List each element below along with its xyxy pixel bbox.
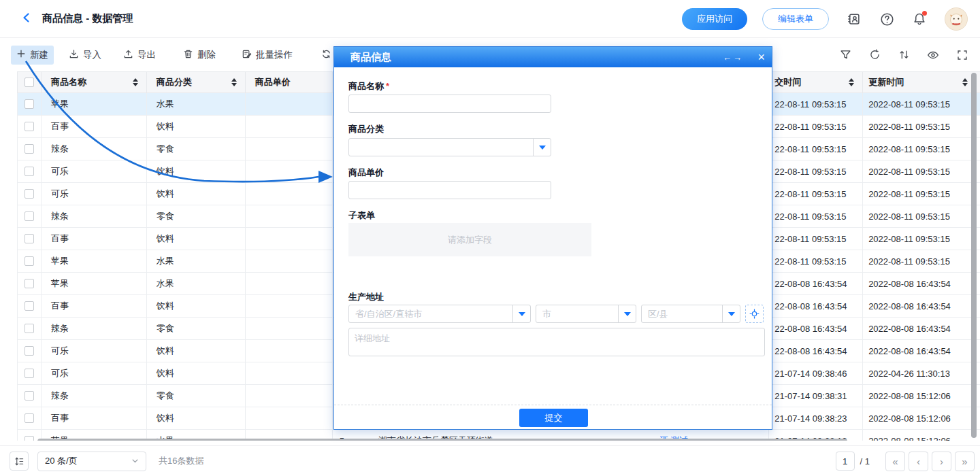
row-checkbox[interactable] (24, 211, 34, 221)
cell-submit-time: 21-07-14 09:38:46 (769, 362, 863, 384)
cell-price (246, 160, 333, 182)
row-checkbox[interactable] (24, 144, 34, 154)
cell-price (246, 295, 333, 317)
cell-product-name: 可乐 (42, 183, 147, 205)
row-checkbox[interactable] (24, 99, 34, 109)
cell-price (246, 385, 333, 407)
row-checkbox[interactable] (24, 301, 34, 311)
fullscreen-icon[interactable] (956, 48, 969, 62)
sort-submit-icon[interactable] (849, 78, 854, 86)
expand-icon[interactable]: ←→ (723, 52, 743, 63)
cell-category: 水果 (147, 93, 246, 115)
edit-form-button[interactable]: 编辑表单 (762, 8, 829, 30)
current-page-input[interactable] (836, 452, 855, 471)
delete-button[interactable]: 删除 (178, 46, 221, 65)
notification-bell-icon[interactable] (912, 12, 927, 27)
cell-update-time: 2022-08-08 15:12:06 (863, 385, 980, 407)
cell-category: 零食 (147, 138, 246, 160)
product-price-input[interactable] (348, 181, 551, 199)
prev-page-button[interactable]: ‹ (909, 452, 928, 471)
next-page-button[interactable]: › (932, 452, 951, 471)
row-checkbox[interactable] (24, 167, 34, 176)
cell-update-time: 2022-08-08 16:43:54 (863, 273, 980, 294)
filter-icon[interactable] (838, 48, 852, 62)
app-access-button[interactable]: 应用访问 (682, 8, 747, 30)
row-checkbox[interactable] (24, 413, 34, 423)
cell-price (246, 362, 333, 384)
sort-update-icon[interactable] (962, 78, 968, 86)
cell-update-time: 2022-08-11 09:53:15 (863, 183, 980, 205)
row-checkbox[interactable] (24, 391, 34, 401)
batch-operation-button[interactable]: 批量操作 (236, 46, 298, 65)
row-checkbox[interactable] (24, 324, 34, 333)
field-label-subform: 子表单 (348, 209, 375, 222)
vertical-scrollbar[interactable] (971, 73, 977, 438)
sort-name-icon[interactable] (133, 78, 138, 86)
modal-title: 商品信息 (350, 51, 391, 64)
back-button[interactable] (18, 10, 35, 28)
page-size-select[interactable]: 20 条/页 (37, 452, 146, 471)
horizontal-scrollbar[interactable] (37, 439, 847, 441)
recycle-icon (321, 49, 331, 61)
cell-price (246, 340, 333, 362)
cell-category: 水果 (147, 250, 246, 272)
city-select[interactable]: 市 (536, 305, 636, 323)
cell-category: 零食 (147, 385, 246, 407)
row-checkbox[interactable] (24, 369, 34, 378)
row-checkbox[interactable] (24, 256, 34, 266)
export-button[interactable]: 导出 (118, 46, 161, 65)
app-root: 商品信息 - 数据管理 应用访问 编辑表单 (0, 0, 980, 476)
cell-update-time: 2022-08-11 09:53:15 (863, 160, 980, 182)
visibility-eye-icon[interactable] (926, 48, 940, 62)
close-icon[interactable]: × (757, 51, 765, 63)
category-select[interactable] (348, 138, 551, 156)
cell-price (246, 318, 333, 339)
row-checkbox[interactable] (24, 279, 34, 288)
cell-product-name: 百事 (42, 295, 147, 317)
user-avatar[interactable] (945, 7, 968, 31)
import-button[interactable]: 导入 (63, 46, 107, 65)
address-book-icon[interactable] (847, 12, 862, 27)
dropdown-caret-icon (618, 305, 636, 322)
new-record-button[interactable]: 新建 (11, 46, 54, 65)
cell-price (246, 205, 333, 227)
cell-submit-time: 22-08-11 09:53:15 (769, 250, 863, 272)
cell-product-name: 百事 (42, 228, 147, 250)
first-page-button[interactable]: « (885, 452, 905, 471)
cell-update-time: 2022-08-08 15:12:06 (863, 407, 980, 429)
modal-footer-divider (334, 405, 772, 405)
cell-update-time: 2022-08-11 09:53:15 (863, 205, 980, 227)
province-select[interactable]: 省/自治区/直辖市 (348, 305, 531, 323)
locate-gps-button[interactable] (745, 305, 764, 323)
field-label-category: 商品分类 (348, 123, 384, 135)
cell-category: 饮料 (147, 183, 246, 205)
cell-product-name: 辣条 (42, 138, 147, 160)
row-checkbox[interactable] (24, 234, 34, 243)
sort-category-icon[interactable] (231, 78, 237, 86)
top-bar: 商品信息 - 数据管理 应用访问 编辑表单 (0, 0, 980, 38)
cell-update-time: 2022-08-08 16:43:54 (863, 318, 980, 339)
submit-button[interactable]: 提交 (519, 409, 588, 427)
cell-submit-time: 22-08-11 09:53:15 (769, 116, 863, 137)
record-form-modal: 商品信息 ←→ × 商品名称* 商品分类 商品单价 子表单 请添加字段 生产地址… (333, 46, 772, 430)
last-page-button[interactable]: » (955, 452, 975, 471)
cell-category: 水果 (147, 273, 246, 294)
row-checkbox[interactable] (24, 436, 34, 441)
product-name-input[interactable] (348, 95, 551, 113)
field-label-name: 商品名称* (348, 80, 389, 92)
dropdown-caret-icon (533, 139, 551, 156)
district-select[interactable]: 区/县 (641, 305, 740, 323)
detail-address-textarea[interactable] (348, 328, 765, 356)
sort-icon[interactable] (897, 48, 911, 62)
cell-submit-time: 22-08-11 09:53:15 (769, 183, 863, 205)
modal-header: 商品信息 ←→ × (334, 47, 772, 67)
row-checkbox[interactable] (24, 189, 34, 199)
row-checkbox[interactable] (24, 122, 34, 131)
row-checkbox[interactable] (24, 346, 34, 356)
page-navigation: / 1 « ‹ › » (836, 452, 975, 471)
help-icon[interactable] (879, 12, 894, 27)
row-height-button[interactable] (10, 452, 29, 471)
refresh-icon[interactable] (868, 48, 881, 62)
pagination-bar: 20 条/页 共16条数据 / 1 « ‹ › » (0, 445, 980, 476)
select-all-checkbox[interactable] (24, 78, 34, 87)
